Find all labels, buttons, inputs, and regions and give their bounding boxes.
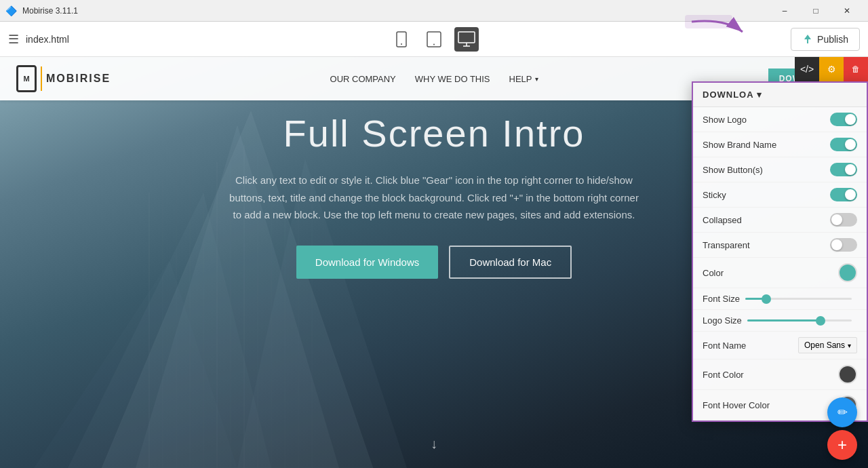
show-buttons-label: Show Button(s)	[703, 165, 763, 175]
nav-link-company[interactable]: OUR COMPANY	[330, 74, 396, 84]
font-name-label: Font Name	[703, 340, 746, 351]
scroll-arrow[interactable]: ↓	[431, 436, 437, 452]
hero-title[interactable]: Full Screen Intro	[283, 111, 585, 155]
minimize-button[interactable]: –	[769, 0, 800, 22]
transparent-toggle[interactable]	[830, 238, 857, 252]
tablet-device-button[interactable]	[422, 27, 446, 52]
color-swatch[interactable]	[838, 263, 857, 282]
font-size-slider[interactable]	[740, 298, 857, 300]
sticky-toggle[interactable]	[830, 188, 857, 201]
font-hover-color-label: Font Hover Color	[703, 400, 770, 410]
logo-letter: M	[23, 75, 29, 83]
settings-row-font-color: Font Color	[693, 359, 867, 390]
close-button[interactable]: ✕	[831, 0, 863, 22]
settings-row-sticky: Sticky	[693, 182, 867, 208]
website-preview: M MOBIRISE OUR COMPANY WHY WE DO THIS HE…	[0, 57, 868, 468]
gear-button[interactable]: ⚙	[819, 57, 844, 81]
edit-fab-button[interactable]: ✏	[827, 397, 857, 427]
toggle-knob	[845, 189, 856, 200]
logo-size-slider[interactable]	[742, 319, 857, 321]
settings-row-show-brand: Show Brand Name	[693, 132, 867, 157]
font-name-value: Open Sans	[804, 340, 845, 350]
maximize-button[interactable]: □	[800, 0, 831, 22]
sticky-label: Sticky	[703, 190, 726, 200]
action-bar: </> ⚙ 🗑	[795, 57, 868, 81]
brand-name: MOBIRISE	[46, 73, 111, 85]
file-name: index.html	[26, 34, 69, 45]
collapsed-toggle[interactable]	[830, 213, 857, 227]
publish-label: Publish	[817, 34, 848, 45]
nav-logo: M MOBIRISE	[16, 65, 330, 92]
transparent-label: Transparent	[703, 240, 750, 250]
settings-row-logo-size: Logo Size	[693, 310, 867, 332]
download-windows-button[interactable]: Download for Windows	[296, 246, 438, 279]
show-buttons-toggle[interactable]	[830, 163, 857, 176]
collapsed-label: Collapsed	[703, 215, 742, 225]
show-logo-label: Show Logo	[703, 115, 747, 125]
add-icon: +	[837, 435, 847, 454]
app-title: Mobirise 3.11.1	[22, 6, 78, 16]
svg-rect-4	[458, 32, 475, 43]
app-icon: 🔷	[5, 5, 17, 16]
show-brand-label: Show Brand Name	[703, 140, 776, 150]
settings-row-collapsed: Collapsed	[693, 208, 867, 233]
nav-link-why[interactable]: WHY WE DO THIS	[415, 74, 490, 84]
settings-header: DOWNLOA ▾	[693, 83, 867, 107]
settings-row-show-buttons: Show Button(s)	[693, 157, 867, 182]
hero-subtitle[interactable]: Click any text to edit or style it. Clic…	[224, 172, 644, 224]
toggle-knob	[831, 239, 842, 250]
toggle-knob	[845, 114, 856, 125]
toggle-knob	[845, 139, 856, 150]
settings-panel: DOWNLOA ▾ Show Logo Show Brand Name Show…	[692, 81, 868, 422]
mobile-device-button[interactable]	[389, 27, 414, 52]
menu-icon[interactable]: ☰	[8, 32, 19, 47]
publish-button[interactable]: Publish	[791, 28, 860, 51]
download-mac-button[interactable]: Download for Mac	[449, 246, 572, 279]
dropdown-chevron-icon: ▾	[848, 342, 851, 349]
toggle-knob	[845, 164, 856, 175]
code-button[interactable]: </>	[795, 57, 819, 81]
show-logo-toggle[interactable]	[830, 113, 857, 126]
settings-row-font-size: Font Size	[693, 288, 867, 310]
svg-point-3	[433, 43, 435, 45]
font-color-swatch[interactable]	[838, 365, 857, 384]
logo-size-label: Logo Size	[703, 315, 742, 326]
nav-links: OUR COMPANY WHY WE DO THIS HELP ▾	[330, 74, 538, 84]
font-color-label: Font Color	[703, 370, 744, 380]
settings-row-font-name: Font Name Open Sans ▾	[693, 332, 867, 359]
toolbar: ☰ index.html	[0, 22, 868, 57]
show-brand-toggle[interactable]	[830, 138, 857, 151]
title-bar: 🔷 Mobirise 3.11.1 – □ ✕	[0, 0, 868, 22]
settings-row-transparent: Transparent	[693, 233, 867, 258]
settings-row-color: Color	[693, 258, 867, 288]
font-name-dropdown[interactable]: Open Sans ▾	[798, 337, 857, 353]
add-fab-button[interactable]: +	[827, 430, 857, 460]
edit-icon: ✏	[837, 405, 848, 420]
nav-link-help[interactable]: HELP ▾	[509, 74, 538, 84]
desktop-device-button[interactable]	[454, 27, 479, 52]
settings-row-show-logo: Show Logo	[693, 107, 867, 132]
main-area: M MOBIRISE OUR COMPANY WHY WE DO THIS HE…	[0, 57, 868, 468]
toggle-knob	[831, 214, 842, 225]
color-label: Color	[703, 268, 724, 278]
hero-buttons: Download for Windows Download for Mac	[296, 246, 572, 279]
trash-button[interactable]: 🗑	[844, 57, 868, 81]
svg-point-1	[401, 43, 402, 45]
font-size-label: Font Size	[703, 294, 740, 304]
